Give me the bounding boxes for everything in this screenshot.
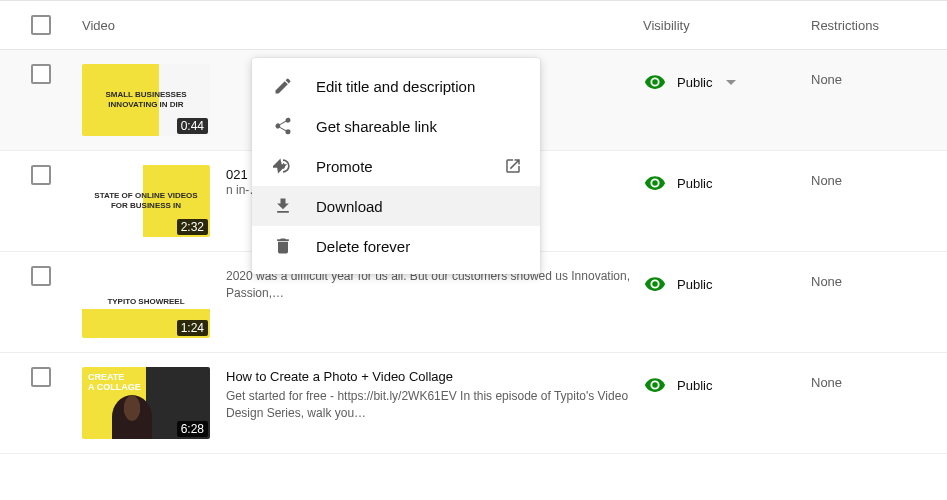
video-duration: 1:24 (177, 320, 208, 336)
visibility-public-icon (643, 171, 667, 195)
menu-item-delete[interactable]: Delete forever (252, 226, 540, 266)
column-header-restrictions[interactable]: Restrictions (811, 18, 947, 33)
row-checkbox[interactable] (31, 266, 51, 286)
visibility-public-icon (643, 70, 667, 94)
video-duration: 6:28 (177, 421, 208, 437)
menu-item-label: Promote (316, 158, 373, 175)
video-title[interactable]: How to Create a Photo + Video Collage (226, 369, 643, 384)
menu-item-share[interactable]: Get shareable link (252, 106, 540, 146)
restrictions-value: None (811, 266, 947, 289)
visibility-public-icon (643, 272, 667, 296)
visibility-selector[interactable]: Public (643, 64, 811, 94)
external-link-icon (502, 155, 524, 177)
thumbnail-text: TYPITO SHOWREEL (82, 297, 210, 307)
row-checkbox[interactable] (31, 367, 51, 387)
visibility-label: Public (677, 378, 712, 393)
menu-item-promote[interactable]: Promote (252, 146, 540, 186)
megaphone-icon (272, 155, 294, 177)
restrictions-value: None (811, 165, 947, 188)
video-row[interactable]: CREATEA COLLAGE 6:28 How to Create a Pho… (0, 353, 947, 454)
menu-item-edit[interactable]: Edit title and description (252, 66, 540, 106)
thumbnail-text: STATE OF ONLINE VIDEOS FOR BUSINESS IN (82, 191, 210, 210)
share-icon (272, 115, 294, 137)
video-duration: 2:32 (177, 219, 208, 235)
video-duration: 0:44 (177, 118, 208, 134)
restrictions-value: None (811, 64, 947, 87)
menu-item-download[interactable]: Download (252, 186, 540, 226)
visibility-label: Public (677, 176, 712, 191)
visibility-public-icon (643, 373, 667, 397)
visibility-selector: Public (643, 367, 811, 397)
chevron-down-icon (726, 80, 736, 85)
column-header-video[interactable]: Video (82, 18, 643, 33)
column-header-visibility[interactable]: Visibility (643, 18, 811, 33)
video-thumbnail[interactable]: CREATEA COLLAGE 6:28 (82, 367, 210, 439)
thumbnail-text: SMALL BUSINESSES INNOVATING IN DIR (82, 90, 210, 109)
row-checkbox[interactable] (31, 64, 51, 84)
visibility-label: Public (677, 277, 712, 292)
trash-icon (272, 235, 294, 257)
video-row[interactable]: SMALL BUSINESSES INNOVATING IN DIR 0:44 … (0, 50, 947, 151)
menu-item-label: Download (316, 198, 383, 215)
menu-item-label: Edit title and description (316, 78, 475, 95)
download-icon (272, 195, 294, 217)
select-all-checkbox[interactable] (31, 15, 51, 35)
menu-item-label: Delete forever (316, 238, 410, 255)
pencil-icon (272, 75, 294, 97)
context-menu: Edit title and description Get shareable… (252, 58, 540, 274)
visibility-selector: Public (643, 165, 811, 195)
visibility-selector: Public (643, 266, 811, 296)
video-thumbnail[interactable]: SMALL BUSINESSES INNOVATING IN DIR 0:44 (82, 64, 210, 136)
menu-item-label: Get shareable link (316, 118, 437, 135)
video-thumbnail[interactable]: TYPITO SHOWREEL 1:24 (82, 266, 210, 338)
table-header: Video Visibility Restrictions (0, 0, 947, 50)
row-checkbox[interactable] (31, 165, 51, 185)
video-description: Get started for free - https://bit.ly/2W… (226, 388, 643, 422)
restrictions-value: None (811, 367, 947, 390)
video-thumbnail[interactable]: STATE OF ONLINE VIDEOS FOR BUSINESS IN 2… (82, 165, 210, 237)
visibility-label: Public (677, 75, 712, 90)
